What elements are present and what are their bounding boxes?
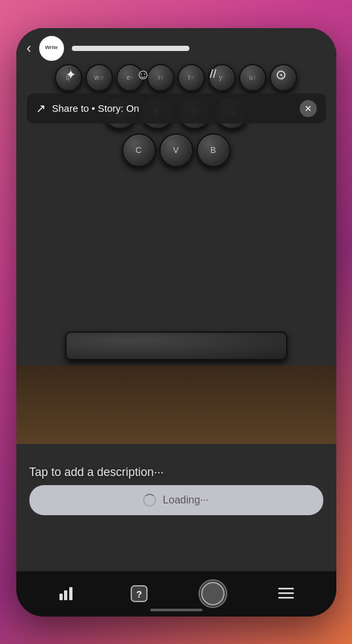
desk-area — [16, 365, 336, 444]
svg-rect-5 — [278, 588, 294, 590]
description-placeholder[interactable]: Tap to add a description··· — [29, 466, 164, 479]
home-indicator — [150, 609, 202, 611]
face-icon[interactable]: ☺ — [136, 66, 150, 83]
camera-flip-icon[interactable]: ⊙ — [276, 67, 287, 82]
stats-button[interactable] — [52, 579, 80, 608]
share-text: Share to • Story: On — [52, 103, 293, 114]
profile-avatar[interactable]: Write — [39, 36, 64, 61]
share-bar: ↗ Share to • Story: On ✕ — [27, 93, 326, 124]
svg-rect-7 — [278, 597, 294, 599]
loading-spinner — [143, 494, 156, 507]
help-button[interactable]: ? — [125, 579, 153, 608]
sparkle-icon[interactable]: ✦ — [65, 67, 76, 82]
key-b: B — [197, 133, 231, 167]
menu-button[interactable] — [272, 579, 300, 608]
svg-rect-1 — [64, 590, 67, 600]
phone-frame: q! w@ e# r$ t% y^ u& i* D F G H — [16, 28, 336, 617]
profile-label: Write — [45, 45, 58, 51]
record-button[interactable] — [199, 579, 227, 608]
close-button[interactable]: ✕ — [300, 100, 317, 117]
svg-text:?: ? — [136, 589, 142, 600]
loading-bar: Loading··· — [29, 485, 323, 515]
description-area[interactable]: Tap to add a description··· — [16, 466, 336, 479]
key-c: C — [122, 133, 156, 167]
close-icon: ✕ — [304, 103, 312, 114]
key-v: V — [159, 133, 193, 167]
username-bar — [72, 46, 189, 51]
svg-rect-2 — [69, 587, 72, 600]
back-button[interactable]: ‹ — [27, 40, 31, 57]
main-content: q! w@ e# r$ t% y^ u& i* D F G H — [16, 28, 336, 571]
svg-rect-0 — [59, 594, 63, 600]
lightning-icon[interactable]: // — [210, 67, 216, 81]
loading-text: Loading··· — [163, 494, 208, 506]
share-icon: ↗ — [36, 101, 46, 116]
svg-rect-6 — [278, 592, 294, 594]
